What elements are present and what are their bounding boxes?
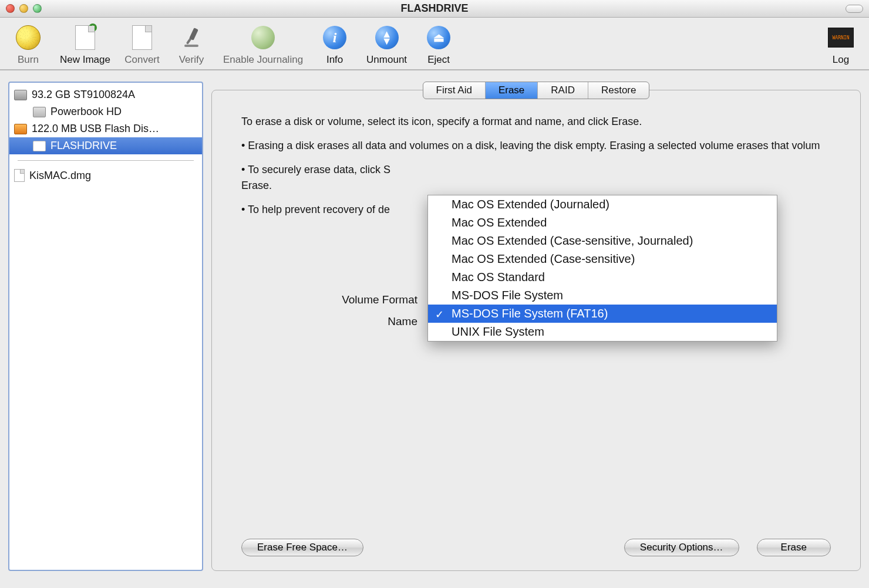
dmg-icon [14, 169, 25, 182]
burn-icon [16, 25, 41, 50]
verify-label: Verify [179, 54, 204, 66]
burn-button[interactable]: Burn [11, 23, 46, 66]
format-option-selected-label: MS-DOS File System (FAT16) [452, 307, 608, 320]
format-option[interactable]: Mac OS Standard [428, 268, 777, 286]
journaling-icon [251, 26, 275, 49]
tab-erase[interactable]: Erase [486, 82, 538, 99]
sidebar-volume-powerbook[interactable]: Powerbook HD [9, 103, 202, 120]
checkmark-icon: ✓ [435, 308, 444, 321]
verify-icon [180, 26, 203, 49]
eject-icon: ⏏ [427, 26, 450, 49]
new-image-icon: + [75, 25, 95, 50]
tab-raid[interactable]: RAID [538, 82, 588, 99]
toolbar-divider [0, 70, 869, 76]
hard-drive-icon [14, 90, 27, 100]
tab-bar: First Aid Erase RAID Restore [423, 82, 650, 99]
format-option-selected[interactable]: ✓ MS-DOS File System (FAT16) [428, 305, 777, 323]
convert-icon [132, 25, 152, 50]
sidebar-volume-powerbook-label: Powerbook HD [50, 106, 122, 118]
format-option[interactable]: UNIX File System [428, 323, 777, 341]
erase-free-space-button[interactable]: Erase Free Space… [241, 539, 363, 556]
new-image-button[interactable]: + New Image [60, 23, 110, 66]
tab-restore[interactable]: Restore [588, 82, 649, 99]
tab-first-aid[interactable]: First Aid [423, 82, 486, 99]
sidebar-disk-usb-label: 122.0 MB USB Flash Dis… [32, 123, 159, 135]
log-icon: WARNIN [828, 28, 854, 48]
burn-label: Burn [18, 54, 39, 66]
eject-button[interactable]: ⏏ Eject [421, 23, 456, 66]
sidebar-disk-usb[interactable]: 122.0 MB USB Flash Dis… [9, 120, 202, 137]
log-button[interactable]: WARNIN Log [823, 23, 858, 66]
erase-bullet-2b: Erase. [241, 178, 831, 194]
convert-button[interactable]: Convert [124, 23, 160, 66]
volume-icon [33, 141, 46, 151]
volume-icon [33, 107, 46, 117]
format-option[interactable]: Mac OS Extended (Case-sensitive) [428, 250, 777, 268]
volume-format-dropdown[interactable]: Mac OS Extended (Journaled) Mac OS Exten… [427, 195, 777, 342]
volume-format-label: Volume Format [241, 292, 417, 309]
security-options-button[interactable]: Security Options… [624, 539, 739, 556]
erase-button[interactable]: Erase [757, 539, 831, 556]
new-image-label: New Image [60, 54, 110, 66]
toolbar-toggle-button[interactable] [846, 5, 863, 13]
sidebar-volume-flashdrive[interactable]: FLASHDRIVE [9, 137, 202, 154]
unmount-icon: ▲▼ [375, 26, 399, 49]
verify-button[interactable]: Verify [174, 23, 209, 66]
tabs-row: First Aid Erase RAID Restore [211, 82, 861, 99]
eject-label: Eject [427, 54, 450, 66]
info-icon: i [323, 26, 346, 49]
unmount-label: Unmount [366, 54, 407, 66]
format-option[interactable]: MS-DOS File System [428, 286, 777, 305]
info-label: Info [326, 54, 343, 66]
window-title: FLASHDRIVE [0, 2, 869, 15]
sidebar-dmg-kismac-label: KisMAC.dmg [29, 170, 91, 182]
sidebar-disk-internal-label: 93.2 GB ST9100824A [32, 89, 135, 101]
zoom-window-button[interactable] [33, 4, 42, 13]
volume-name-label: Name [241, 313, 417, 330]
format-option[interactable]: Mac OS Extended (Case-sensitive, Journal… [428, 232, 777, 250]
format-option[interactable]: Mac OS Extended [428, 214, 777, 232]
enable-journaling-button[interactable]: Enable Journaling [223, 23, 303, 66]
window-titlebar: FLASHDRIVE [0, 0, 869, 18]
format-option[interactable]: Mac OS Extended (Journaled) [428, 195, 777, 214]
erase-bullet-1: • Erasing a disk erases all data and vol… [241, 138, 831, 154]
sidebar-disk-internal[interactable]: 93.2 GB ST9100824A [9, 86, 202, 103]
toolbar: Burn + New Image Convert Verify Enable J… [0, 18, 869, 70]
journaling-label: Enable Journaling [223, 54, 303, 66]
erase-button-row: Erase Free Space… Security Options… Eras… [212, 539, 860, 556]
traffic-lights [6, 4, 42, 13]
convert-label: Convert [124, 54, 160, 66]
device-sidebar: 93.2 GB ST9100824A Powerbook HD 122.0 MB… [8, 82, 203, 571]
info-button[interactable]: i Info [317, 23, 352, 66]
usb-drive-icon [14, 124, 27, 134]
sidebar-volume-flashdrive-label: FLASHDRIVE [50, 140, 117, 152]
log-label: Log [833, 54, 849, 66]
erase-bullet-2: • To securely erase data, click S [241, 162, 831, 178]
sidebar-divider [18, 160, 194, 161]
sidebar-dmg-kismac[interactable]: KisMAC.dmg [9, 167, 202, 184]
minimize-window-button[interactable] [19, 4, 28, 13]
unmount-button[interactable]: ▲▼ Unmount [366, 23, 407, 66]
erase-intro: To erase a disk or volume, select its ic… [241, 114, 831, 130]
close-window-button[interactable] [6, 4, 15, 13]
